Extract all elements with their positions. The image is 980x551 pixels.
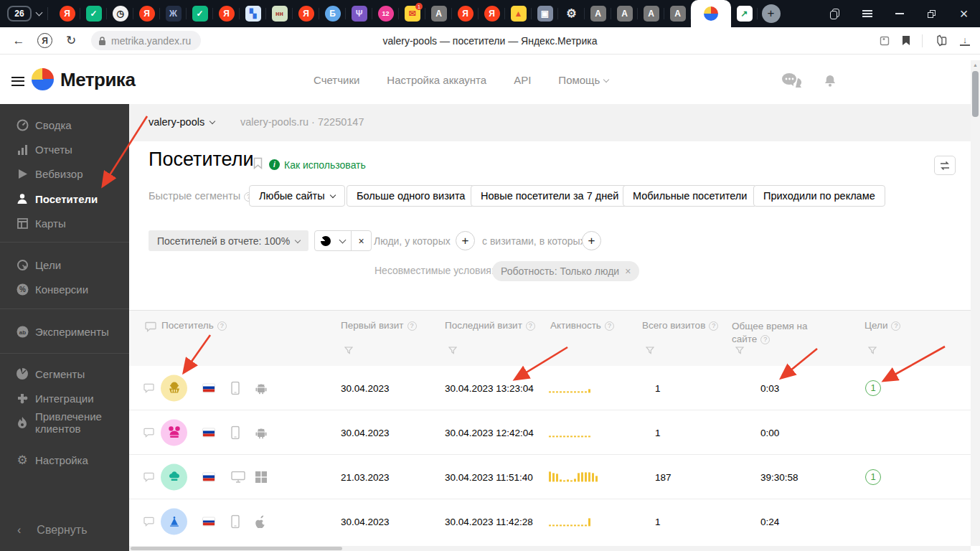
tab-check-green[interactable]: ✓ xyxy=(80,0,107,27)
filter-icon[interactable] xyxy=(646,347,654,354)
add-people-condition-button[interactable]: + xyxy=(456,231,475,250)
visitor-row[interactable]: 30.04.2023 30.04.2023 11:42:28 1 0:24 xyxy=(129,499,980,544)
add-visit-condition-button[interactable]: + xyxy=(582,231,601,250)
chevron-down-icon[interactable] xyxy=(36,9,43,17)
tab-alien[interactable]: Ψ xyxy=(346,0,372,27)
question-icon[interactable]: ? xyxy=(891,321,900,331)
bookmark-outline-icon[interactable] xyxy=(253,157,263,169)
tab-yandex[interactable]: Я xyxy=(293,0,319,27)
nav-api[interactable]: API xyxy=(514,74,531,86)
visitor-row[interactable]: 30.04.2023 30.04.2023 12:42:04 1 0:00 xyxy=(129,410,980,455)
question-icon[interactable]: ? xyxy=(407,321,417,331)
scroll-up-icon[interactable]: ▲ xyxy=(973,62,978,67)
question-icon[interactable]: ? xyxy=(217,321,227,331)
filter-icon[interactable] xyxy=(344,347,353,354)
comment-icon[interactable] xyxy=(143,383,154,393)
col-activity[interactable]: Активность? xyxy=(550,320,614,331)
tab-web[interactable]: Ж xyxy=(160,0,187,27)
sidebar-collapse[interactable]: ‹ Свернуть xyxy=(0,518,129,542)
visitor-avatar-mouse[interactable] xyxy=(161,419,187,446)
question-icon[interactable]: ? xyxy=(760,335,770,344)
segment-mobile-visitors[interactable]: Мобильные посетители xyxy=(623,185,757,207)
sample-share-dropdown[interactable]: Посетителей в отчете: 100% xyxy=(149,230,308,251)
close-button[interactable]: × xyxy=(948,0,980,27)
chat-icon[interactable] xyxy=(781,72,802,89)
comment-icon[interactable] xyxy=(143,517,154,527)
question-icon[interactable]: ? xyxy=(526,321,535,331)
tab-twelve[interactable]: 12 xyxy=(372,0,399,27)
metrika-logo-icon[interactable] xyxy=(32,68,54,90)
scrollbar-thumb[interactable] xyxy=(972,71,979,117)
collections-icon[interactable] xyxy=(934,34,948,47)
visitor-avatar-bug[interactable] xyxy=(161,375,187,401)
comment-icon[interactable] xyxy=(143,428,154,438)
sidebar-item-maps[interactable]: Карты xyxy=(0,211,129,235)
tab-metrika-chart[interactable]: ↗ xyxy=(731,0,758,27)
nav-counters[interactable]: Счетчики xyxy=(314,74,359,86)
visitor-avatar-cone[interactable] xyxy=(161,509,187,535)
col-total-visits[interactable]: Всего визитов? xyxy=(642,320,718,331)
sidebar-item-acquisition[interactable]: Привлечение клиентов xyxy=(0,405,129,440)
sidebar-item-segments[interactable]: Сегменты xyxy=(0,362,129,386)
sidebar-item-reports[interactable]: Отчеты xyxy=(0,137,129,161)
visitor-row[interactable]: 30.04.2023 30.04.2023 13:23:04 1 0:03 1 xyxy=(129,366,980,410)
sidebar-item-goals[interactable]: Цели xyxy=(0,253,129,277)
tab-letter-a[interactable]: А xyxy=(585,0,611,27)
col-visitor[interactable]: Посетитель? xyxy=(161,320,227,331)
brand-name[interactable]: Метрика xyxy=(60,69,135,91)
comment-icon[interactable] xyxy=(143,472,154,482)
tab-count-badge[interactable]: 26 xyxy=(7,6,32,22)
tab-yandex[interactable]: Я xyxy=(133,0,160,27)
col-goals[interactable]: Цели? xyxy=(864,320,900,331)
question-icon[interactable]: ? xyxy=(605,321,614,331)
col-total-time[interactable]: Общее время на сайте? xyxy=(732,320,821,346)
segment-chart-toggle[interactable] xyxy=(315,236,351,246)
scrollbar-thumb[interactable] xyxy=(131,547,342,550)
tab-browser-b[interactable]: Б xyxy=(319,0,346,27)
tab-letter-a[interactable]: А xyxy=(664,0,691,27)
restore-button[interactable] xyxy=(915,0,948,27)
sidebar-item-summary[interactable]: Сводка xyxy=(0,113,129,137)
filter-icon[interactable] xyxy=(868,347,877,354)
sidebar-item-conversions[interactable]: % Конверсии xyxy=(0,277,129,301)
segment-any-sites[interactable]: Любые сайты xyxy=(249,185,345,207)
segment-actions-button[interactable] xyxy=(934,156,956,175)
sidebar-item-visitors[interactable]: Посетители xyxy=(0,187,129,211)
col-last-visit[interactable]: Последний визит? xyxy=(445,320,535,331)
tab-new-tab[interactable]: + xyxy=(758,0,784,27)
filter-icon[interactable] xyxy=(448,347,457,354)
close-icon[interactable]: × xyxy=(625,265,631,277)
tab-yandex[interactable]: Я xyxy=(479,0,505,27)
bell-icon[interactable] xyxy=(822,72,838,90)
back-icon[interactable]: ← xyxy=(11,34,26,48)
tab-briefcase[interactable]: ▣ xyxy=(532,0,558,27)
tab-mosaic[interactable]: ▚ xyxy=(240,0,266,27)
col-first-visit[interactable]: Первый визит? xyxy=(341,320,417,331)
visitor-avatar-chef-hat[interactable] xyxy=(161,463,187,490)
yandex-services-icon[interactable]: Я xyxy=(37,33,52,48)
download-icon[interactable]: ↓ xyxy=(960,35,970,46)
sidebar-item-experiments[interactable]: ab Эксперименты xyxy=(0,319,129,344)
tab-gear[interactable]: ⚙ xyxy=(558,0,585,27)
tab-yandex[interactable]: Я xyxy=(54,0,80,27)
tab-clock[interactable]: ◷ xyxy=(107,0,133,27)
add-to-sidebar-icon[interactable] xyxy=(879,35,890,47)
tab-images[interactable]: ▲ xyxy=(505,0,532,27)
tab-letter-a[interactable]: А xyxy=(425,0,452,27)
tab-check-green[interactable]: ✓ xyxy=(187,0,213,27)
tab-letter-a[interactable]: А xyxy=(638,0,664,27)
goal-badge[interactable]: 1 xyxy=(865,469,881,485)
question-icon[interactable]: ? xyxy=(709,321,718,331)
nav-help[interactable]: Помощь xyxy=(558,74,608,86)
goal-badge[interactable]: 1 xyxy=(865,380,881,396)
visitor-row[interactable]: 21.03.2023 30.04.2023 11:51:40 187 39:30… xyxy=(129,455,980,499)
browser-menu-icon[interactable] xyxy=(851,0,883,27)
tab-yandex[interactable]: Я xyxy=(213,0,240,27)
segment-more-than-one-visit[interactable]: Больше одного визита xyxy=(347,185,475,207)
hamburger-menu-icon[interactable] xyxy=(11,74,24,88)
robots-filter-chip[interactable]: Роботность: Только люди× xyxy=(492,261,639,281)
minimize-button[interactable] xyxy=(883,0,915,27)
segment-clear-button[interactable]: × xyxy=(351,231,371,250)
how-to-use-link[interactable]: Как использовать xyxy=(284,159,366,171)
tab-metrika-active[interactable] xyxy=(691,0,731,27)
